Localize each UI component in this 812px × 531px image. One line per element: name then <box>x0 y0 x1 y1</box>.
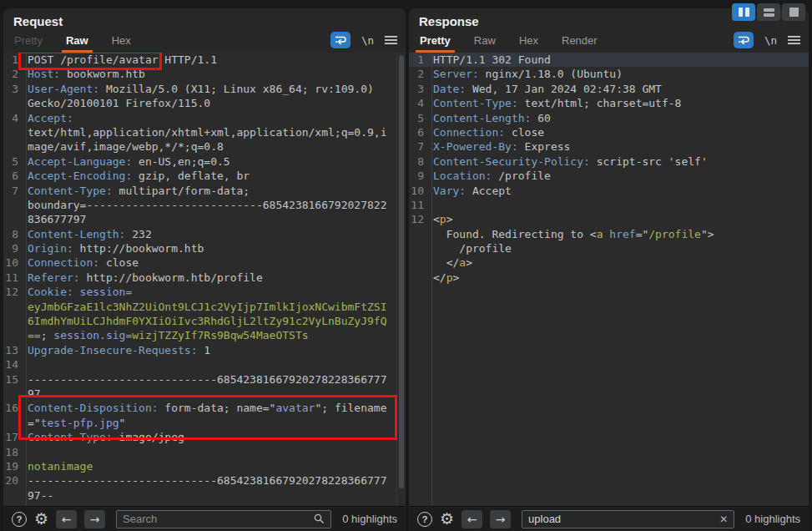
line-number: 11 <box>409 198 428 212</box>
code-line: 8Content-Length: 232 <box>3 227 406 241</box>
code-text: text/html,application/xhtml+xml,applicat… <box>23 125 386 139</box>
code-text: Content-Length: 232 <box>23 227 152 241</box>
line-number: 8 <box>409 154 428 169</box>
show-newlines-button[interactable]: \n <box>764 34 777 47</box>
code-line: 1HTTP/1.1 302 Found <box>409 53 809 67</box>
code-text: Date: Wed, 17 Jan 2024 02:47:38 GMT <box>428 82 662 96</box>
code-line: 2Server: nginx/1.18.0 (Ubuntu) <box>409 67 809 81</box>
show-newlines-button[interactable]: \n <box>361 34 374 47</box>
previous-match-button[interactable]: ← <box>461 510 482 528</box>
layout-rows-button[interactable] <box>757 3 780 21</box>
line-number: 19 <box>3 459 23 473</box>
tab-render[interactable]: Render <box>556 31 603 53</box>
word-wrap-button[interactable] <box>330 32 351 48</box>
code-text: mage/avif,image/webp,*/*;q=0.8 <box>23 139 224 154</box>
line-number: 6 <box>409 125 428 139</box>
search-settings-gear-icon[interactable]: ⚙ <box>34 511 48 527</box>
response-search-input[interactable] <box>528 513 719 525</box>
code-text: Cookie: session= <box>23 285 132 299</box>
editor-menu-icon[interactable] <box>788 35 800 45</box>
code-line: </p> <box>409 271 809 285</box>
code-line: eyJmbGFzaE1lc3NhZ2UiOnt9LCJ1c2VyIjp7Imlk… <box>3 300 406 314</box>
code-text: Content-Type: text/html; charset=utf-8 <box>428 96 681 110</box>
code-text: Vary: Accept <box>428 184 512 198</box>
tab-pretty[interactable]: Pretty <box>414 31 456 53</box>
layout-switcher <box>732 3 805 21</box>
single-pane-icon <box>789 8 799 17</box>
next-match-button[interactable]: → <box>490 510 511 528</box>
next-match-button[interactable]: → <box>84 510 105 528</box>
tab-hex[interactable]: Hex <box>106 31 137 53</box>
line-number <box>409 271 428 285</box>
code-text: </a> <box>428 255 472 270</box>
line-number <box>3 387 23 401</box>
line-number: 1 <box>3 53 23 67</box>
line-number <box>409 241 428 255</box>
code-text: Content-Security-Policy: script-src 'sel… <box>428 154 708 169</box>
line-number: 3 <box>409 82 428 96</box>
code-text <box>23 445 28 459</box>
clear-search-icon[interactable]: ✕ <box>719 513 728 525</box>
line-number: 12 <box>3 285 23 299</box>
search-settings-gear-icon[interactable]: ⚙ <box>440 511 454 527</box>
line-number <box>3 125 23 139</box>
code-text: </p> <box>428 271 459 285</box>
code-text: 97-- <box>23 488 53 503</box>
request-pane: Request Pretty Raw Hex \n 1POST /profil <box>3 8 406 531</box>
code-text: Content-Length: 60 <box>428 111 551 125</box>
response-highlight-count: 0 highlights <box>745 513 800 525</box>
line-number <box>409 227 428 241</box>
previous-match-button[interactable]: ← <box>56 510 77 528</box>
request-editor[interactable]: 1POST /profile/avatar HTTP/1.12Host: boo… <box>3 53 406 506</box>
line-number <box>3 328 23 342</box>
code-line: 3User-Agent: Mozilla/5.0 (X11; Linux x86… <box>3 82 406 96</box>
request-search-bar: ? ⚙ ← → 0 highlights <box>3 506 406 531</box>
word-wrap-button[interactable] <box>734 32 754 48</box>
line-number: 10 <box>3 255 23 270</box>
code-line: Found. Redirecting to <a href="/profile"… <box>409 227 809 241</box>
code-text: HTTP/1.1 302 Found <box>428 53 551 67</box>
tab-raw[interactable]: Raw <box>60 31 94 53</box>
scrollbar-thumb[interactable] <box>399 55 404 488</box>
code-line: ==; session.sig=wizjTZZyIf7Rs9Bqw54MaeOT… <box>3 328 406 342</box>
line-number <box>3 300 23 314</box>
code-text: Server: nginx/1.18.0 (Ubuntu) <box>428 67 623 81</box>
code-line: 10Connection: close <box>3 255 406 270</box>
code-text: POST /profile/avatar HTTP/1.1 <box>23 53 217 67</box>
line-number: 4 <box>3 111 23 125</box>
request-header: Request Pretty Raw Hex \n <box>3 8 406 53</box>
line-number <box>3 416 23 430</box>
line-number: 12 <box>409 212 428 226</box>
tab-raw[interactable]: Raw <box>468 31 502 53</box>
code-text: Accept-Encoding: gzip, deflate, br <box>23 169 250 183</box>
code-text: Location: /profile <box>428 169 551 183</box>
line-number: 18 <box>3 445 23 459</box>
code-line: 21 <box>3 503 406 506</box>
response-pane: Response Pretty Raw Hex Render \n <box>409 8 809 531</box>
response-editor[interactable]: 1HTTP/1.1 302 Found2Server: nginx/1.18.0… <box>409 53 809 506</box>
code-line: 17Content-Type: image/jpeg <box>3 430 406 444</box>
response-search-bar: ? ⚙ ← → ✕ 0 highlights <box>409 506 809 531</box>
code-text: ==; session.sig=wizjTZZyIf7Rs9Bqw54MaeOT… <box>23 328 309 342</box>
code-line: 3Date: Wed, 17 Jan 2024 02:47:38 GMT <box>409 82 809 96</box>
line-number <box>3 488 23 503</box>
code-line: 12Cookie: session= <box>3 285 406 299</box>
request-scrollbar[interactable] <box>396 53 406 506</box>
layout-single-button[interactable] <box>782 3 805 21</box>
code-text: Connection: close <box>23 255 139 270</box>
request-search-input[interactable] <box>123 513 314 525</box>
tab-hex[interactable]: Hex <box>513 31 544 53</box>
code-line: 5Content-Length: 60 <box>409 111 809 125</box>
code-line: mage/avif,image/webp,*/*;q=0.8 <box>3 139 406 154</box>
line-number: 4 <box>409 96 428 110</box>
help-icon[interactable]: ? <box>417 512 432 527</box>
code-line: 6Accept-Encoding: gzip, deflate, br <box>3 169 406 183</box>
line-number: 10 <box>409 184 428 198</box>
help-icon[interactable]: ? <box>12 512 27 527</box>
code-text: -----------------------------68542381667… <box>23 473 386 488</box>
editor-menu-icon[interactable] <box>385 35 397 45</box>
tab-pretty[interactable]: Pretty <box>8 31 48 53</box>
layout-columns-button[interactable] <box>732 3 755 21</box>
response-search-field: ✕ <box>522 510 734 528</box>
request-highlight-count: 0 highlights <box>342 513 397 525</box>
